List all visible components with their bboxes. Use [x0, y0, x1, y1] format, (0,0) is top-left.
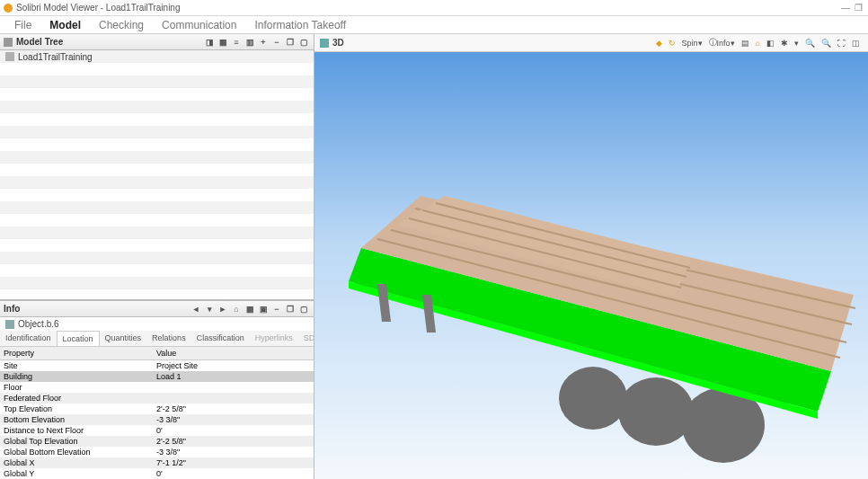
info-row[interactable]: Global Top Elevation2'-2 5/8": [0, 436, 314, 447]
menu-model[interactable]: Model: [40, 17, 90, 33]
svg-point-0: [559, 367, 627, 430]
info-dropdown-button[interactable]: ▾: [203, 303, 216, 315]
building-icon: [5, 52, 14, 61]
val-cell: 2'-2 5/8": [153, 404, 314, 414]
view3d-toolbar: 3D ◆ ↻ Spin ▾ ⓘ Info ▾ ▤ ⌂ ◧ ✱ ▾ 🔍 🔍 ⛶ ◫: [314, 34, 868, 52]
info-minimize-icon[interactable]: −: [270, 303, 283, 315]
menu-file[interactable]: File: [5, 17, 40, 33]
prop-cell: Global Top Elevation: [0, 436, 153, 447]
nav-arrow-icon[interactable]: ◆: [653, 38, 665, 49]
spin-button[interactable]: Spin ▾: [679, 38, 705, 49]
model-tree-icon: [4, 38, 13, 47]
info-grid-header: Property Value: [0, 347, 314, 360]
tree-grid-icon[interactable]: ▦: [217, 36, 229, 49]
zoom-window-icon[interactable]: ◫: [849, 38, 863, 49]
info-expand-icon[interactable]: ▢: [297, 303, 310, 315]
prop-cell: Global X: [0, 457, 153, 468]
tree-columns-icon[interactable]: ▥: [244, 36, 256, 49]
zoom-fit-icon[interactable]: ⛶: [835, 38, 848, 49]
tree-expand-icon[interactable]: ▢: [297, 36, 310, 49]
tree-root-label: Load1TrailTraining: [18, 52, 93, 62]
info-next-button[interactable]: ►: [217, 303, 229, 315]
tab-quantities[interactable]: Quantities: [100, 331, 147, 346]
info-grid: Property Value SiteProject SiteBuildingL…: [0, 347, 314, 479]
viewport-3d[interactable]: [314, 52, 868, 479]
val-cell: 2'-2 5/8": [153, 436, 314, 447]
zoom-in-icon[interactable]: 🔍: [802, 38, 818, 49]
main-area: Model Tree ◨ ▦ ≡ ▥ + − ❐ ▢ Load1TrailTra…: [0, 34, 868, 479]
zoom-out-icon[interactable]: 🔍: [819, 38, 834, 49]
tab-identification[interactable]: Identification: [0, 331, 57, 346]
tab-hyperlinks[interactable]: Hyperlinks: [250, 331, 298, 346]
col-value[interactable]: Value: [153, 347, 314, 359]
menu-checking[interactable]: Checking: [90, 17, 153, 33]
titlebar: Solibri Model Viewer - Load1TrailTrainin…: [0, 0, 868, 16]
section-icon[interactable]: ◧: [764, 38, 777, 49]
info-prev-button[interactable]: ◄: [190, 303, 202, 315]
info-button[interactable]: ⓘ Info ▾: [706, 36, 738, 49]
info-row[interactable]: Global Y0': [0, 468, 314, 479]
orbit-icon[interactable]: ↻: [666, 38, 678, 49]
tree-list-icon[interactable]: ≡: [230, 36, 243, 49]
prop-cell: Federated Floor: [0, 393, 153, 404]
info-row[interactable]: SiteProject Site: [0, 360, 314, 371]
tab-location[interactable]: Location: [57, 331, 100, 347]
layers-icon[interactable]: ▤: [739, 38, 752, 49]
val-cell: [153, 393, 314, 404]
tree-nav-icon[interactable]: ◨: [203, 36, 216, 49]
restore-button[interactable]: ❐: [852, 3, 864, 13]
val-cell: -3 3/8": [153, 414, 314, 425]
info-row[interactable]: Federated Floor: [0, 393, 314, 404]
app-icon: [4, 4, 13, 13]
tree-plus-icon[interactable]: +: [257, 36, 270, 49]
val-cell: Load 1: [153, 371, 314, 382]
right-column: 3D ◆ ↻ Spin ▾ ⓘ Info ▾ ▤ ⌂ ◧ ✱ ▾ 🔍 🔍 ⛶ ◫: [314, 34, 868, 479]
minimize-button[interactable]: —: [839, 3, 852, 13]
val-cell: 0': [153, 425, 314, 436]
tab-sds2[interactable]: SDS2_Load_Planning_Properties: [298, 331, 314, 346]
prop-cell: Top Elevation: [0, 404, 153, 414]
prop-cell: Global Bottom Elevation: [0, 447, 153, 457]
model-tree-header: Model Tree ◨ ▦ ≡ ▥ + − ❐ ▢: [0, 34, 314, 50]
isolate-icon[interactable]: ▾: [792, 38, 802, 49]
info-row[interactable]: Global Bottom Elevation-3 3/8": [0, 447, 314, 457]
tab-relations[interactable]: Relations: [146, 331, 191, 346]
trailer-scene: [314, 52, 868, 479]
explode-icon[interactable]: ✱: [778, 38, 791, 49]
tree-window-icon[interactable]: ❐: [284, 36, 297, 49]
val-cell: 0': [153, 468, 314, 479]
info-panel: Info ◄ ▾ ► ⌂ ▦ ▣ − ❐ ▢ Object.b.6 Identi…: [0, 299, 314, 479]
info-row[interactable]: Top Elevation2'-2 5/8": [0, 404, 314, 414]
prop-cell: Floor: [0, 382, 153, 393]
menu-communication[interactable]: Communication: [153, 17, 245, 33]
col-property[interactable]: Property: [0, 347, 153, 359]
info-row[interactable]: Global X7'-1 1/2": [0, 457, 314, 468]
tree-minus-icon[interactable]: −: [270, 36, 283, 49]
info-window-icon[interactable]: ❐: [284, 303, 297, 315]
tree-root-row[interactable]: Load1TrailTraining: [0, 50, 314, 63]
menu-information-takeoff[interactable]: Information Takeoff: [245, 17, 355, 33]
model-tree[interactable]: Load1TrailTraining: [0, 50, 314, 299]
prop-cell: Site: [0, 360, 153, 371]
prop-cell: Bottom Elevation: [0, 414, 153, 425]
info-title: Info: [4, 304, 20, 314]
val-cell: [153, 382, 314, 393]
left-column: Model Tree ◨ ▦ ≡ ▥ + − ❐ ▢ Load1TrailTra…: [0, 34, 314, 479]
val-cell: 7'-1 1/2": [153, 457, 314, 468]
info-row[interactable]: Distance to Next Floor0': [0, 425, 314, 436]
info-box-icon[interactable]: ▣: [257, 303, 270, 315]
info-header: Info ◄ ▾ ► ⌂ ▦ ▣ − ❐ ▢: [0, 301, 314, 317]
menubar: File Model Checking Communication Inform…: [0, 16, 868, 34]
prop-cell: Building: [0, 371, 153, 382]
info-row[interactable]: Floor: [0, 382, 314, 393]
info-row[interactable]: Bottom Elevation-3 3/8": [0, 414, 314, 425]
val-cell: Project Site: [153, 360, 314, 371]
info-home-button[interactable]: ⌂: [230, 303, 243, 315]
info-object-name: Object.b.6: [18, 319, 59, 329]
info-row[interactable]: BuildingLoad 1: [0, 371, 314, 382]
prop-cell: Distance to Next Floor: [0, 425, 153, 436]
tab-classification[interactable]: Classification: [191, 331, 250, 346]
home-icon[interactable]: ⌂: [753, 38, 763, 49]
info-grid-icon[interactable]: ▦: [244, 303, 256, 315]
info-tabs: Identification Location Quantities Relat…: [0, 331, 314, 347]
